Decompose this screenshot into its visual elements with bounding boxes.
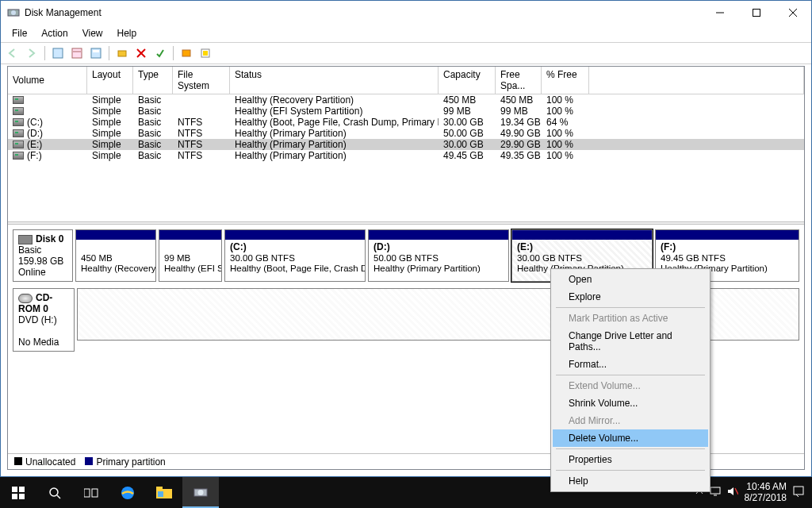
menubar: File Action View Help: [1, 25, 811, 42]
volume-row[interactable]: SimpleBasicHealthy (Recovery Partition)4…: [8, 94, 804, 106]
svg-rect-9: [91, 48, 101, 58]
svg-rect-19: [12, 494, 17, 499]
menu-view[interactable]: View: [76, 26, 109, 40]
col-capacity[interactable]: Capacity: [439, 67, 496, 94]
context-menu-item: Mark Partition as Active: [553, 310, 708, 327]
svg-rect-31: [710, 487, 720, 494]
svg-rect-17: [12, 487, 17, 492]
disk-icon: [18, 235, 33, 244]
svg-rect-24: [92, 489, 98, 497]
volume-row[interactable]: (C:)SimpleBasicNTFSHealthy (Boot, Page F…: [8, 117, 804, 128]
start-button[interactable]: [0, 477, 36, 508]
back-button: [4, 44, 21, 62]
context-menu-item: Extend Volume...: [553, 377, 708, 394]
partition[interactable]: 450 MBHealthy (Recovery Par: [75, 229, 156, 282]
volume-row[interactable]: (D:)SimpleBasicNTFSHealthy (Primary Part…: [8, 128, 804, 139]
svg-line-22: [57, 495, 60, 498]
menu-help[interactable]: Help: [111, 26, 144, 40]
cdrom-label[interactable]: CD-ROM 0 DVD (H:) No Media: [13, 288, 75, 352]
volume-row[interactable]: SimpleBasicHealthy (EFI System Partition…: [8, 106, 804, 117]
context-menu-item[interactable]: Properties: [553, 451, 708, 468]
legend-primary-swatch: [85, 457, 93, 465]
col-free[interactable]: Free Spa...: [496, 67, 542, 94]
menu-file[interactable]: File: [6, 26, 33, 40]
svg-rect-16: [203, 51, 208, 56]
tray-network-icon[interactable]: [710, 487, 721, 498]
system-tray[interactable]: 10:46 AM 8/27/2018: [695, 482, 812, 502]
partition[interactable]: 99 MBHealthy (EFI Sys: [159, 229, 222, 282]
app-icon: [7, 6, 20, 19]
svg-rect-18: [19, 487, 25, 492]
svg-point-30: [198, 490, 204, 495]
delete-icon[interactable]: [132, 44, 150, 62]
close-button[interactable]: [775, 1, 811, 25]
volume-row[interactable]: (E:)SimpleBasicNTFSHealthy (Primary Part…: [8, 139, 804, 150]
refresh-icon[interactable]: [113, 44, 131, 62]
toolbar: [1, 42, 811, 64]
context-menu-item[interactable]: Explore: [553, 288, 708, 306]
svg-point-21: [50, 488, 58, 496]
search-icon[interactable]: [36, 477, 73, 508]
volume-icon: [13, 107, 24, 115]
maximize-button[interactable]: [738, 1, 775, 25]
svg-rect-14: [182, 50, 190, 56]
col-fs[interactable]: File System: [173, 67, 230, 94]
svg-rect-7: [72, 48, 82, 58]
svg-rect-20: [19, 494, 25, 499]
tool-icon[interactable]: [151, 44, 169, 62]
svg-rect-28: [158, 491, 163, 497]
volume-row[interactable]: (F:)SimpleBasicNTFSHealthy (Primary Part…: [8, 150, 804, 161]
col-volume[interactable]: Volume: [8, 67, 87, 94]
disk-0-label[interactable]: Disk 0 Basic 159.98 GB Online: [13, 229, 73, 282]
volume-icon: [13, 152, 24, 160]
context-menu[interactable]: OpenExploreMark Partition as ActiveChang…: [550, 268, 710, 492]
context-menu-item[interactable]: Delete Volume...: [553, 429, 708, 447]
volume-icon: [13, 96, 24, 104]
context-menu-item: Add Mirror...: [553, 412, 708, 429]
volume-icon: [13, 140, 24, 148]
explorer-icon[interactable]: [146, 477, 182, 508]
forward-button: [23, 44, 40, 62]
col-status[interactable]: Status: [230, 67, 439, 94]
volume-icon: [13, 118, 24, 126]
col-layout[interactable]: Layout: [87, 67, 133, 94]
svg-rect-27: [156, 487, 163, 491]
col-pct[interactable]: % Free: [542, 67, 589, 94]
context-menu-item[interactable]: Shrink Volume...: [553, 394, 708, 412]
context-menu-item[interactable]: Help: [553, 472, 708, 490]
svg-rect-11: [118, 51, 126, 56]
legend-unallocated-swatch: [14, 457, 22, 465]
partition[interactable]: (D:)50.00 GB NTFSHealthy (Primary Partit…: [368, 229, 509, 282]
volume-icon: [13, 129, 24, 137]
svg-point-1: [11, 10, 16, 15]
svg-rect-3: [753, 10, 760, 17]
svg-line-33: [735, 488, 738, 495]
clock[interactable]: 10:46 AM 8/27/2018: [745, 482, 787, 502]
tool-icon[interactable]: [197, 44, 214, 62]
tool-icon[interactable]: [178, 44, 195, 62]
svg-rect-6: [53, 48, 63, 58]
partition[interactable]: (C:)30.00 GB NTFSHealthy (Boot, Page Fil…: [224, 229, 366, 282]
cdrom-icon: [18, 294, 33, 303]
col-type[interactable]: Type: [133, 67, 173, 94]
notifications-icon[interactable]: [793, 486, 804, 499]
minimize-button[interactable]: [702, 1, 738, 25]
menu-action[interactable]: Action: [35, 26, 74, 40]
tool-icon[interactable]: [49, 44, 67, 62]
window-title: Disk Management: [25, 7, 702, 18]
svg-rect-10: [93, 50, 99, 52]
context-menu-item[interactable]: Open: [553, 271, 708, 288]
ie-icon[interactable]: [109, 477, 146, 508]
volume-list[interactable]: Volume Layout Type File System Status Ca…: [8, 67, 804, 221]
context-menu-item[interactable]: Format...: [553, 356, 708, 373]
task-view-icon[interactable]: [73, 477, 109, 508]
svg-rect-23: [84, 489, 90, 497]
column-headers[interactable]: Volume Layout Type File System Status Ca…: [8, 67, 804, 94]
tray-volume-icon[interactable]: [727, 487, 738, 498]
svg-rect-34: [794, 487, 803, 495]
titlebar[interactable]: Disk Management: [1, 1, 811, 25]
tool-icon[interactable]: [87, 44, 105, 62]
disk-mgmt-taskbar-icon[interactable]: [182, 477, 219, 508]
tool-icon[interactable]: [68, 44, 86, 62]
context-menu-item[interactable]: Change Drive Letter and Paths...: [553, 327, 708, 356]
